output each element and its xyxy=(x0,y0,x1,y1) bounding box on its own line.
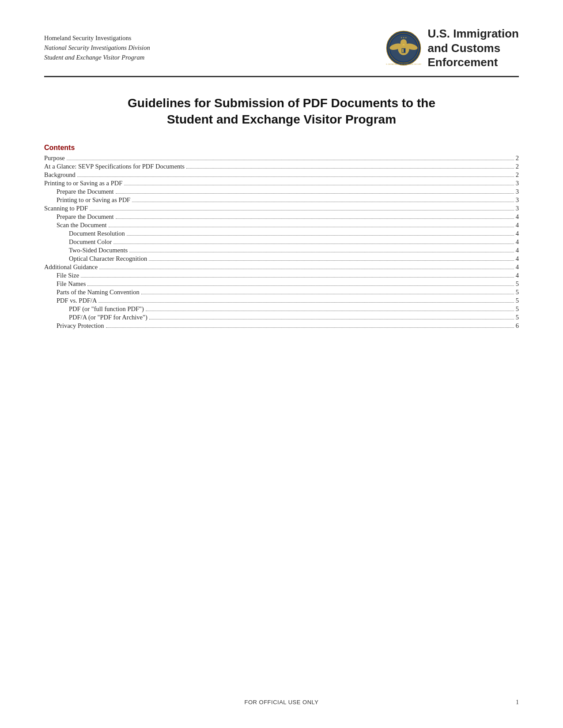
toc-page-number: 4 xyxy=(516,213,519,221)
toc-label: At a Glance: SEVP Specifications for PDF… xyxy=(44,163,185,170)
toc-dots xyxy=(98,302,514,303)
agency-name: U.S. Immigration and Customs Enforcement xyxy=(427,26,519,70)
toc-dots xyxy=(90,210,514,210)
toc-page-number: 4 xyxy=(516,230,519,237)
main-title: Guidelines for Submission of PDF Documen… xyxy=(44,95,519,128)
toc-page-number: 6 xyxy=(516,322,519,330)
toc-dots xyxy=(127,235,514,236)
toc-label: Scan the Document xyxy=(44,221,107,229)
toc-label: Additional Guidance xyxy=(44,263,98,271)
toc-label: Prepare the Document xyxy=(44,188,114,195)
toc-item: Printing to or Saving as a PDF3 xyxy=(44,180,519,187)
dhs-seal-icon: ★ ★ ★ U.S. DEPARTMENT OF HOMELAND SECURI… xyxy=(386,30,421,66)
svg-rect-9 xyxy=(402,49,404,52)
toc-label: File Names xyxy=(44,280,86,288)
toc-label: Privacy Protection xyxy=(44,322,104,330)
document-title: Guidelines for Submission of PDF Documen… xyxy=(44,95,519,128)
toc-page-number: 2 xyxy=(516,154,519,162)
footer: FOR OFFICIAL USE ONLY xyxy=(0,698,563,706)
org-line2: National Security Investigations Divisio… xyxy=(44,43,150,53)
toc-page-number: 3 xyxy=(516,188,519,195)
toc-page-number: 3 xyxy=(516,196,519,204)
toc-item: PDF vs. PDF/A5 xyxy=(44,297,519,304)
toc-label: Purpose xyxy=(44,154,65,162)
toc-item: File Names5 xyxy=(44,280,519,288)
toc-label: Printing to or Saving as PDF xyxy=(44,196,130,204)
toc-item: Scanning to PDF3 xyxy=(44,205,519,212)
toc-label: File Size xyxy=(44,272,79,279)
toc-page-number: 3 xyxy=(516,205,519,212)
toc-label: Parts of the Naming Convention xyxy=(44,289,140,296)
svg-text:U.S. DEPARTMENT OF HOMELAND SE: U.S. DEPARTMENT OF HOMELAND SECURITY xyxy=(386,63,421,65)
header: Homeland Security Investigations Nationa… xyxy=(44,26,519,77)
toc-dots xyxy=(132,202,514,202)
toc-dots xyxy=(149,260,514,261)
toc-dots xyxy=(109,227,514,227)
toc-page-number: 4 xyxy=(516,263,519,271)
toc-item: Additional Guidance4 xyxy=(44,263,519,271)
toc-item: PDF (or "full function PDF")5 xyxy=(44,305,519,313)
toc-dots xyxy=(99,269,514,269)
toc-dots xyxy=(141,294,514,294)
toc-page-number: 2 xyxy=(516,171,519,179)
toc-page-number: 4 xyxy=(516,255,519,263)
toc-page-number: 4 xyxy=(516,238,519,246)
toc-page-number: 5 xyxy=(516,314,519,321)
toc-item: Document Color4 xyxy=(44,238,519,246)
toc-item: Two-Sided Documents4 xyxy=(44,247,519,254)
page: Homeland Security Investigations Nationa… xyxy=(0,0,563,728)
toc-label: PDF (or "full function PDF") xyxy=(44,305,144,313)
header-right: ★ ★ ★ U.S. DEPARTMENT OF HOMELAND SECURI… xyxy=(386,26,519,70)
toc-label: Document Color xyxy=(44,238,112,246)
org-line1: Homeland Security Investigations xyxy=(44,34,150,43)
toc-dots xyxy=(129,252,514,252)
toc-item: Optical Character Recognition4 xyxy=(44,255,519,263)
toc-dots xyxy=(116,193,514,194)
contents-section: Contents Purpose2At a Glance: SEVP Speci… xyxy=(44,144,519,330)
toc-page-number: 5 xyxy=(516,289,519,296)
toc-page-number: 5 xyxy=(516,305,519,313)
org-line3: Student and Exchange Visitor Program xyxy=(44,53,150,63)
toc-label: Optical Character Recognition xyxy=(44,255,147,263)
toc-dots xyxy=(81,277,514,278)
toc-item: Parts of the Naming Convention5 xyxy=(44,289,519,296)
toc-page-number: 4 xyxy=(516,247,519,254)
toc-label: Background xyxy=(44,171,76,179)
toc-dots xyxy=(149,319,514,319)
toc-item: Purpose2 xyxy=(44,154,519,162)
footer-text: FOR OFFICIAL USE ONLY xyxy=(245,699,319,705)
contents-heading: Contents xyxy=(44,144,519,152)
toc-dots xyxy=(67,160,514,160)
header-left: Homeland Security Investigations Nationa… xyxy=(44,34,150,62)
toc-label: Scanning to PDF xyxy=(44,205,88,212)
toc-item: Prepare the Document4 xyxy=(44,213,519,221)
toc-item: Printing to or Saving as PDF3 xyxy=(44,196,519,204)
toc-page-number: 2 xyxy=(516,163,519,170)
toc-dots xyxy=(77,176,514,177)
toc-label: Document Resolution xyxy=(44,230,125,237)
toc-item: PDF/A (or "PDF for Archive")5 xyxy=(44,314,519,321)
toc-label: PDF vs. PDF/A xyxy=(44,297,97,304)
toc-dots xyxy=(106,327,514,328)
toc-item: Document Resolution4 xyxy=(44,230,519,237)
toc-item: At a Glance: SEVP Specifications for PDF… xyxy=(44,163,519,170)
toc-item: Prepare the Document3 xyxy=(44,188,519,195)
toc-dots xyxy=(146,311,514,311)
toc-label: Prepare the Document xyxy=(44,213,114,221)
svg-text:★ ★ ★: ★ ★ ★ xyxy=(401,36,407,38)
toc-item: Background2 xyxy=(44,171,519,179)
toc-page-number: 4 xyxy=(516,272,519,279)
toc-dots xyxy=(116,218,514,219)
toc-dots xyxy=(186,168,514,169)
toc-page-number: 4 xyxy=(516,221,519,229)
page-number: 1 xyxy=(516,699,519,706)
toc-page-number: 5 xyxy=(516,280,519,288)
toc-page-number: 5 xyxy=(516,297,519,304)
table-of-contents: Purpose2At a Glance: SEVP Specifications… xyxy=(44,154,519,330)
toc-dots xyxy=(113,244,514,244)
toc-item: Privacy Protection6 xyxy=(44,322,519,330)
toc-page-number: 3 xyxy=(516,180,519,187)
toc-label: Two-Sided Documents xyxy=(44,247,128,254)
toc-label: PDF/A (or "PDF for Archive") xyxy=(44,314,147,321)
toc-label: Printing to or Saving as a PDF xyxy=(44,180,122,187)
